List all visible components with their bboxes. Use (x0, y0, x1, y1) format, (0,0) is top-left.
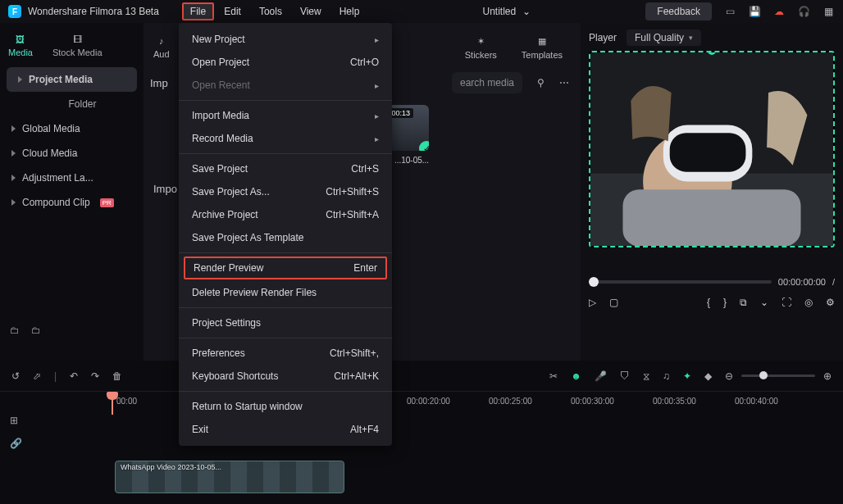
speed-icon[interactable]: ⧖ (643, 370, 649, 382)
file-menu-archive-project[interactable]: Archive ProjectCtrl+Shift+A (179, 203, 392, 226)
sidebar-item-global-media[interactable]: Global Media (0, 116, 144, 141)
save-icon[interactable]: 💾 (748, 5, 761, 18)
file-menu-exit[interactable]: ExitAlt+F4 (179, 418, 392, 441)
menu-item-shortcut: Ctrl+O (350, 57, 379, 68)
file-menu-new-project[interactable]: New Project▸ (179, 28, 392, 51)
music-icon[interactable]: ♫ (663, 370, 670, 382)
split-icon[interactable]: ✂ (549, 370, 558, 382)
menu-file[interactable]: File (182, 2, 214, 20)
chevron-right-icon: ▸ (375, 134, 379, 143)
menu-tools[interactable]: Tools (251, 2, 290, 20)
cloud-upload-icon[interactable]: ☁ (772, 5, 786, 18)
link-icon[interactable]: 🔗 (10, 438, 22, 449)
doc-dropdown-icon[interactable]: ⌄ (522, 6, 531, 17)
redo-icon[interactable]: ↺ (11, 370, 20, 382)
player-panel: Player Full Quality ▾ 00:00:00:00 / (581, 23, 843, 361)
timeline-toolbar: ↺ ⬀ | ↶ ↷ 🗑 ✂ ☻ 🎤 ⛉ ⧖ ♫ ✦ ◆ ⊖ ⊕ (0, 361, 843, 392)
tab-audio[interactable]: ♪ Aud (153, 36, 170, 59)
file-menu-delete-preview-render-files[interactable]: Delete Preview Render Files (179, 281, 392, 304)
menu-help[interactable]: Help (331, 2, 368, 20)
bracket-close-icon[interactable]: } (723, 297, 727, 308)
file-menu-keyboard-shortcuts[interactable]: Keyboard ShortcutsCtrl+Alt+K (179, 365, 392, 388)
add-track-icon[interactable]: ⊞ (10, 415, 22, 426)
file-menu-render-preview[interactable]: Render PreviewEnter (184, 257, 387, 279)
ruler-label: 00:00:40:00 (735, 397, 778, 406)
menu-edit[interactable]: Edit (216, 2, 249, 20)
zoom-slider[interactable] (741, 375, 815, 377)
scrub-bar[interactable]: 00:00:00:00 / (589, 277, 835, 287)
quality-select[interactable]: Full Quality ▾ (627, 30, 701, 46)
scrub-knob[interactable] (589, 277, 599, 287)
scrub-track[interactable] (589, 280, 772, 284)
snapshot-icon[interactable]: ◎ (804, 297, 813, 308)
file-menu-save-project[interactable]: Save ProjectCtrl+S (179, 157, 392, 180)
tab-stock-media[interactable]: 🎞 Stock Media (52, 34, 103, 57)
redo2-icon[interactable]: ↷ (91, 370, 99, 382)
bin-icon[interactable]: 🗀 (31, 325, 41, 336)
file-menu-open-project[interactable]: Open ProjectCtrl+O (179, 51, 392, 74)
sidebar-item-folder[interactable]: Folder (0, 92, 144, 116)
menu-separator (179, 307, 392, 308)
folder-add-icon[interactable]: 🗀 (10, 325, 20, 336)
undo-icon[interactable]: ↶ (70, 370, 78, 382)
chevron-right-icon (11, 125, 16, 132)
playhead[interactable] (112, 392, 113, 415)
zoom-out-icon[interactable]: ⊖ (725, 370, 733, 382)
feedback-button[interactable]: Feedback (645, 2, 712, 20)
pointer-icon[interactable]: ⬀ (33, 370, 41, 382)
sidebar-item-label: Cloud Media (22, 148, 77, 159)
sidebar-item-cloud-media[interactable]: Cloud Media (0, 141, 144, 166)
search-input[interactable]: earch media (452, 72, 522, 93)
file-menu-open-recent: Open Recent▸ (179, 74, 392, 97)
shield-icon[interactable]: ⛉ (620, 370, 630, 382)
tab-templates[interactable]: ▦ Templates (522, 36, 563, 60)
sidebar: 🖼 Media 🎞 Stock Media Project Media Fold… (0, 23, 144, 361)
file-menu-project-settings[interactable]: Project Settings (179, 311, 392, 334)
headphones-icon[interactable]: 🎧 (797, 5, 810, 18)
file-menu-save-project-as-[interactable]: Save Project As...Ctrl+Shift+S (179, 180, 392, 203)
settings-icon[interactable]: ⚙ (826, 297, 835, 308)
compare-icon[interactable]: ⧉ (740, 297, 747, 308)
play-icon[interactable]: ▷ (589, 297, 596, 308)
svg-rect-5 (622, 189, 800, 246)
menu-item-shortcut: Ctrl+Shift+S (326, 186, 379, 198)
file-menu-return-to-startup-window[interactable]: Return to Startup window (179, 395, 392, 418)
zoom-knob[interactable] (759, 371, 768, 379)
sidebar-item-project-media[interactable]: Project Media (7, 67, 137, 92)
menu-item-label: Record Media (192, 133, 253, 144)
file-menu-preferences[interactable]: PreferencesCtrl+Shift+, (179, 342, 392, 365)
filter-icon[interactable]: ⚲ (537, 77, 545, 89)
timeline-clip[interactable]: WhatsApp Video 2023-10-05... (115, 461, 344, 493)
sidebar-item-compound-clip[interactable]: Compound Clip PR (0, 190, 144, 215)
ai-icon[interactable]: ☻ (571, 370, 581, 382)
monitor-icon[interactable]: ▭ (723, 5, 736, 18)
document-title: Untitled (483, 6, 517, 17)
bracket-open-icon[interactable]: { (707, 297, 710, 308)
zoom-controls: ⊖ ⊕ (725, 370, 832, 382)
voice-icon[interactable]: 🎤 (595, 370, 607, 382)
sidebar-item-adjustment-layer[interactable]: Adjustment La... (0, 166, 144, 190)
apps-grid-icon[interactable]: ▦ (822, 5, 835, 18)
player-title: Player (589, 32, 617, 43)
chevron-right-icon: ▸ (375, 35, 379, 44)
file-menu-import-media[interactable]: Import Media▸ (179, 104, 392, 127)
preview-canvas[interactable] (589, 51, 835, 247)
track-icons: ⊞ 🔗 (10, 415, 22, 449)
expand-icon[interactable]: ⛶ (781, 297, 791, 308)
tab-stock-label: Stock Media (52, 48, 103, 57)
menu-view[interactable]: View (292, 2, 330, 20)
tab-stickers[interactable]: ✶ Stickers (465, 36, 497, 60)
sidebar-footer-icons: 🗀 🗀 (10, 325, 41, 336)
enhance-icon[interactable]: ✦ (683, 370, 691, 382)
zoom-in-icon[interactable]: ⊕ (823, 370, 832, 382)
import-button[interactable]: Imp (150, 77, 168, 89)
more-icon[interactable]: ⋯ (559, 77, 569, 89)
marker-icon[interactable]: ◆ (704, 370, 712, 382)
file-menu-save-project-as-template[interactable]: Save Project As Template (179, 226, 392, 249)
stop-icon[interactable]: ▢ (609, 297, 618, 308)
chevron-down-icon[interactable]: ⌄ (760, 297, 768, 308)
file-menu-record-media[interactable]: Record Media▸ (179, 127, 392, 150)
tab-media[interactable]: 🖼 Media (8, 34, 33, 57)
tab-audio-label: Aud (153, 49, 170, 59)
delete-icon[interactable]: 🗑 (112, 370, 122, 382)
